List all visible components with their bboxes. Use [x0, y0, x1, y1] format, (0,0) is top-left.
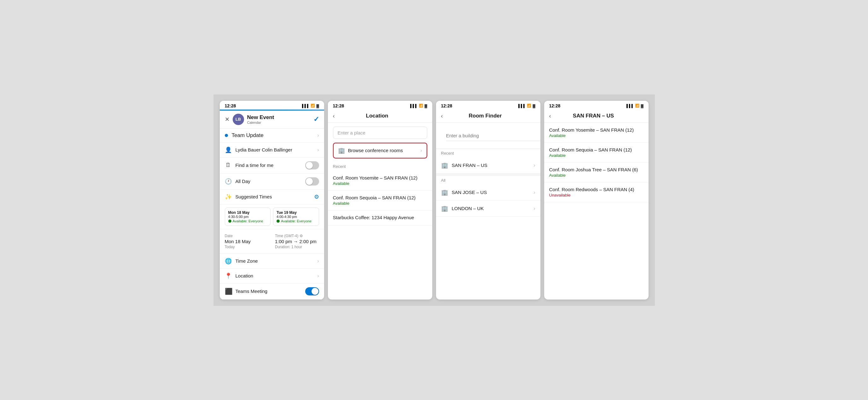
- divider-1: [436, 173, 540, 176]
- header-title-block: New Event Calendar: [247, 114, 274, 124]
- recent-item-3-name: Starbucks Coffee: 1234 Happy Avenue: [333, 215, 427, 220]
- wifi-icon-2: 📶: [419, 104, 423, 108]
- screen-san-fran: 12:28 ▌▌▌ 📶 ▓ ‹ SAN FRAN – US Conf. Room…: [544, 101, 649, 300]
- globe-icon: 🌐: [225, 258, 232, 265]
- room-4-name: Conf. Room Redwoods – SAN FRAN (4): [549, 187, 644, 192]
- building-icon: 🏢: [338, 147, 345, 154]
- recent-building-1-name: SAN FRAN – US: [452, 163, 530, 168]
- status-time-1: 12:28: [225, 103, 236, 108]
- teams-icon: ⬛: [225, 288, 232, 295]
- recent-item-2[interactable]: Conf. Room Sequoia – SAN FRAN (12) Avail…: [328, 191, 432, 210]
- room-4-status: Unavailable: [549, 193, 644, 198]
- back-icon-room-finder[interactable]: ‹: [441, 113, 443, 120]
- timezone-content: Time Zone: [236, 258, 314, 264]
- people-content: Lydia Bauer Colin Ballinger: [236, 147, 314, 153]
- new-event-content: Team Update › 👤 Lydia Bauer Colin Ballin…: [220, 129, 324, 300]
- date-sub: Today: [225, 245, 269, 249]
- team-update-row: Team Update ›: [220, 129, 324, 143]
- teams-content: Teams Meeting: [236, 289, 302, 294]
- find-time-toggle[interactable]: [305, 161, 319, 169]
- suggested-times-row: ✨ Suggested Times ⚙: [220, 190, 324, 204]
- time-slots-container: Mon 18 May 4:30-5:00 pm Available: Every…: [220, 204, 324, 229]
- event-color-dot: [225, 134, 228, 137]
- browse-conference-rooms-btn[interactable]: 🏢 Browse conference rooms ›: [333, 143, 427, 159]
- find-time-content: Find a time for me: [236, 163, 302, 168]
- time-slot-1[interactable]: Mon 18 May 4:30-5:00 pm Available: Every…: [225, 207, 271, 226]
- time-main: 1:00 pm → 2:00 pm: [275, 239, 319, 244]
- signal-icon-1: ▌▌▌: [302, 104, 309, 108]
- avail-dot-1: [228, 220, 231, 223]
- timezone-chevron: ›: [317, 258, 319, 264]
- date-main: Mon 18 May: [225, 239, 269, 244]
- all-building-1[interactable]: 🏢 SAN JOSE – US ›: [436, 185, 540, 201]
- wifi-icon-1: 📶: [311, 104, 315, 108]
- status-icons-1: ▌▌▌ 📶 ▓: [302, 104, 319, 108]
- all-building-2[interactable]: 🏢 LONDON – UK ›: [436, 201, 540, 217]
- recent-building-1-chevron: ›: [533, 163, 535, 168]
- avail-dot-2: [277, 220, 280, 223]
- date-label: Date: [225, 234, 269, 238]
- time-sub: Duration: 1 hour: [275, 245, 319, 249]
- location-row[interactable]: 📍 Location ›: [220, 269, 324, 284]
- team-update-chevron: ›: [317, 133, 319, 138]
- status-bar-1: 12:28 ▌▌▌ 📶 ▓: [220, 101, 324, 110]
- all-day-toggle[interactable]: [305, 177, 319, 186]
- browse-btn-label: Browse conference rooms: [348, 148, 417, 153]
- recent-item-1-name: Conf. Room Yosemite – SAN FRAN (12): [333, 175, 427, 180]
- calendar-icon: 🗓: [225, 162, 232, 168]
- people-row[interactable]: 👤 Lydia Bauer Colin Ballinger ›: [220, 143, 324, 158]
- status-bar-2: 12:28 ▌▌▌ 📶 ▓: [328, 101, 432, 110]
- people-chevron: ›: [317, 147, 319, 153]
- time-block: Time (GMT-4) ⚙ 1:00 pm → 2:00 pm Duratio…: [275, 234, 319, 249]
- teams-label: Teams Meeting: [236, 289, 268, 294]
- room-3-status: Available: [549, 173, 644, 178]
- recent-item-2-status: Available: [333, 201, 427, 206]
- teams-toggle[interactable]: [305, 287, 319, 295]
- suggested-label-content: Suggested Times: [236, 194, 310, 200]
- back-icon-location[interactable]: ‹: [333, 113, 335, 120]
- slot-2-avail-text: Available: Everyone: [281, 219, 311, 223]
- all-day-row: 🕐 All Day: [220, 173, 324, 190]
- slot-2-date: Tue 19 May: [277, 210, 316, 215]
- people-label: Lydia Bauer Colin Ballinger: [236, 147, 292, 153]
- timezone-row[interactable]: 🌐 Time Zone ›: [220, 254, 324, 269]
- location-header: ‹ Location: [328, 110, 432, 123]
- settings-icon: ⚙: [300, 234, 303, 238]
- slot-2-time: 4:00-4:30 pm: [277, 215, 316, 219]
- recent-item-3[interactable]: Starbucks Coffee: 1234 Happy Avenue: [328, 210, 432, 226]
- status-time-4: 12:28: [549, 103, 561, 108]
- recent-label-location: Recent: [328, 162, 432, 171]
- recent-building-1[interactable]: 🏢 SAN FRAN – US ›: [436, 158, 540, 173]
- slot-2-avail: Available: Everyone: [277, 219, 316, 223]
- datetime-section: Date Mon 18 May Today Time (GMT-4) ⚙ 1:0…: [220, 229, 324, 254]
- room-1-name: Conf. Room Yosemite – SAN FRAN (12): [549, 127, 644, 133]
- timezone-label: Time Zone: [236, 258, 258, 264]
- room-result-2[interactable]: Conf. Room Sequoia – SAN FRAN (12) Avail…: [544, 143, 649, 163]
- battery-icon-1: ▓: [316, 104, 319, 108]
- recent-item-1[interactable]: Conf. Room Yosemite – SAN FRAN (12) Avai…: [328, 171, 432, 191]
- teams-row: ⬛ Teams Meeting: [220, 284, 324, 300]
- room-finder-title: Room Finder: [469, 113, 502, 119]
- wand-icon: ✨: [225, 193, 232, 200]
- close-icon[interactable]: ✕: [225, 116, 229, 123]
- status-time-3: 12:28: [441, 103, 453, 108]
- battery-icon-4: ▓: [641, 104, 643, 108]
- status-icons-4: ▌▌▌ 📶 ▓: [626, 104, 643, 108]
- building-icon-3: 🏢: [441, 205, 448, 212]
- new-event-header: ✕ LB New Event Calendar ✓: [220, 110, 324, 129]
- confirm-icon[interactable]: ✓: [313, 115, 319, 124]
- room-result-1[interactable]: Conf. Room Yosemite – SAN FRAN (12) Avai…: [544, 123, 649, 143]
- filter-icon[interactable]: ⚙: [314, 193, 319, 200]
- building-search-input[interactable]: [446, 130, 540, 141]
- room-finder-header: ‹ Room Finder: [436, 110, 540, 123]
- location-search-input[interactable]: Enter a place: [333, 127, 427, 139]
- time-slot-2[interactable]: Tue 19 May 4:00-4:30 pm Available: Every…: [273, 207, 319, 226]
- slot-1-avail: Available: Everyone: [228, 219, 267, 223]
- room-result-3[interactable]: Conf. Room Joshua Tree – SAN FRAN (6) Av…: [544, 163, 649, 182]
- san-fran-title: SAN FRAN – US: [573, 113, 614, 119]
- people-icon: 👤: [225, 146, 232, 154]
- room-result-4[interactable]: Conf. Room Redwoods – SAN FRAN (4) Unava…: [544, 182, 649, 202]
- building-icon-2: 🏢: [441, 189, 448, 196]
- back-icon-san-fran[interactable]: ‹: [549, 113, 551, 120]
- screens-container: 12:28 ▌▌▌ 📶 ▓ ✕ LB New Event Calendar ✓: [213, 95, 655, 306]
